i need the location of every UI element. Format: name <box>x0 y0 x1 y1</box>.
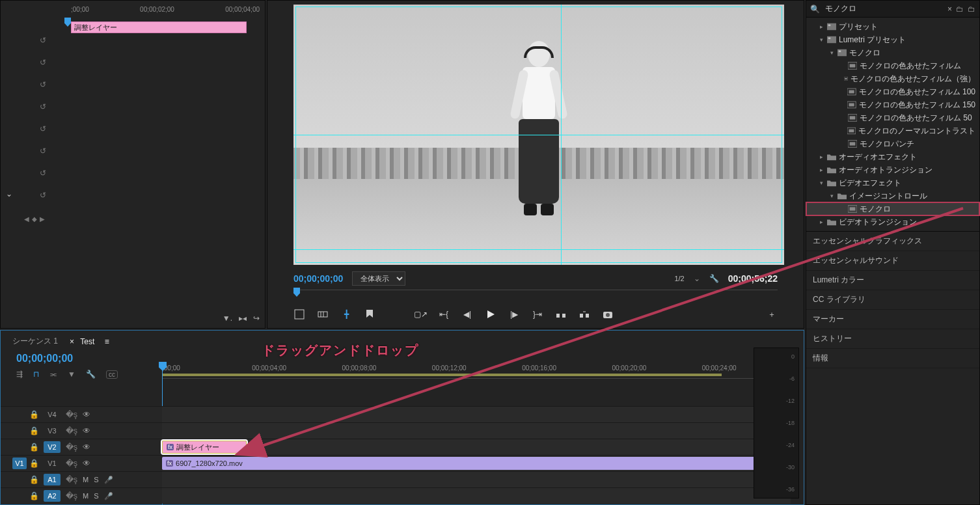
lock-icon[interactable]: 🔒 <box>29 491 38 500</box>
voice-over-icon[interactable]: 🎤 <box>104 476 113 484</box>
collapse-icon[interactable]: ⌄ <box>6 189 12 198</box>
tree-twisty-icon[interactable]: ▾ <box>828 193 835 199</box>
track-header[interactable]: 🔒A1�şMS🎤 <box>1 472 162 487</box>
sync-lock-icon[interactable]: �ş <box>66 459 77 468</box>
keyframe-reset-icon[interactable]: ↺ <box>40 124 46 133</box>
camera-icon[interactable] <box>602 308 614 320</box>
timeline-ruler[interactable]: ;00;0000;00;04;0000;00;08;0000;00;12;000… <box>162 364 791 379</box>
extract-icon[interactable] <box>578 308 590 320</box>
solo-button[interactable]: S <box>94 492 98 500</box>
timeline-work-area[interactable] <box>162 374 722 376</box>
timeline-timecode[interactable]: 00;00;00;00 <box>16 353 73 364</box>
effect-controls-clip[interactable]: 調整レイヤー <box>71 21 247 33</box>
step-back-icon[interactable]: ◀| <box>461 308 473 320</box>
bypass-icon[interactable]: ↪ <box>253 314 260 323</box>
tree-twisty-icon[interactable]: ▸ <box>818 219 824 225</box>
voice-over-icon[interactable]: 🎤 <box>104 492 113 500</box>
keyframe-reset-icon[interactable]: ↺ <box>40 169 46 178</box>
play-icon[interactable] <box>485 308 497 320</box>
track-lane[interactable]: fx調整レイヤー <box>162 439 791 455</box>
lock-icon[interactable]: 🔒 <box>29 426 38 435</box>
sequence-tab-active[interactable]: × Test ≡ <box>70 337 109 346</box>
track-lane[interactable] <box>162 423 791 439</box>
track-target[interactable]: A2 <box>44 490 61 502</box>
collapsed-panel-header[interactable]: エッセンシャルサウンド <box>806 251 979 271</box>
track-target[interactable]: A1 <box>44 474 61 485</box>
track-lane[interactable] <box>162 407 791 422</box>
add-keyframe-icon[interactable]: ◆ <box>32 215 37 223</box>
track-lane[interactable]: fx6907_1280x720.mov <box>162 456 791 471</box>
tree-twisty-icon[interactable]: ▸ <box>818 167 824 173</box>
ruler-icon[interactable] <box>317 308 329 320</box>
toggle-output-icon[interactable]: 👁 <box>83 459 90 468</box>
track-source-patch[interactable]: V1 <box>12 457 27 469</box>
track-target[interactable]: V3 <box>44 425 61 437</box>
step-forward-icon[interactable]: |▶ <box>508 308 520 320</box>
keyframe-reset-icon[interactable]: ↺ <box>40 102 46 111</box>
chevron-down-icon[interactable]: ⌄ <box>694 274 700 283</box>
lift-icon[interactable] <box>555 308 567 320</box>
mute-button[interactable]: M <box>83 476 88 484</box>
effects-tree-item[interactable]: モノクロのノーマルコントラスト <box>806 124 979 137</box>
tree-twisty-icon[interactable]: ▾ <box>818 180 824 186</box>
track-target[interactable]: V1 <box>44 457 61 469</box>
solo-button[interactable]: S <box>94 476 98 484</box>
zoom-select[interactable]: 全体表示 <box>352 271 405 286</box>
effects-tree-item[interactable]: モノクロの色あせたフィルム 150 <box>806 98 979 111</box>
toggle-output-icon[interactable]: 👁 <box>83 410 90 419</box>
effects-tree-item-selected[interactable]: モノクロ <box>806 202 979 215</box>
collapsed-panel-header[interactable]: Lumetri カラー <box>806 271 979 290</box>
effects-tree-item[interactable]: ▾ビデオエフェクト <box>806 176 979 189</box>
track-header[interactable]: 🔒V4�ş👁 <box>1 407 162 422</box>
effects-tree-item[interactable]: ▾Lumetri プリセット <box>806 33 979 46</box>
toggle-output-icon[interactable]: 👁 <box>83 426 90 435</box>
sync-lock-icon[interactable]: �ş <box>66 475 77 484</box>
mute-button[interactable]: M <box>83 492 88 500</box>
marker-icon[interactable] <box>364 308 375 320</box>
toggle-output-icon[interactable]: 👁 <box>83 443 90 452</box>
search-clear-icon[interactable]: × <box>947 5 952 14</box>
captions-icon[interactable]: cc <box>106 370 118 379</box>
sync-lock-icon[interactable]: �ş <box>66 491 77 500</box>
track-header[interactable]: V1🔒V1�ş👁 <box>1 456 162 471</box>
next-keyframe-icon[interactable]: ▶ <box>40 215 45 223</box>
resolution-badge[interactable]: 1/2 <box>674 275 684 282</box>
new-bin-icon[interactable]: 🗀 <box>956 5 964 14</box>
adjustment-layer-clip[interactable]: fx調整レイヤー <box>162 441 247 454</box>
effects-tree-item[interactable]: ▾モノクロ <box>806 46 979 59</box>
program-monitor-video[interactable] <box>293 5 784 265</box>
track-header[interactable]: 🔒V2�ş👁 <box>1 439 162 455</box>
lock-icon[interactable]: 🔒 <box>29 443 38 452</box>
export-frame-icon[interactable]: ▢↗ <box>415 308 426 320</box>
mark-out-icon[interactable]: }⇥ <box>532 308 543 320</box>
settings-wrench-icon[interactable]: 🔧 <box>709 274 719 283</box>
effects-tree-item[interactable]: モノクロの色あせたフィルム 50 <box>806 111 979 124</box>
sequence-tab[interactable]: シーケンス 1 <box>12 336 58 347</box>
lock-icon[interactable]: 🔒 <box>29 475 38 484</box>
collapsed-panel-header[interactable]: 情報 <box>806 349 979 368</box>
safe-margins-icon[interactable] <box>293 308 305 320</box>
track-lane[interactable] <box>162 488 791 504</box>
insert-mode-icon[interactable]: ⇶ <box>16 370 23 379</box>
collapsed-panel-header[interactable]: CC ライブラリ <box>806 290 979 310</box>
tab-menu-icon[interactable]: ≡ <box>105 337 109 346</box>
mark-in-icon[interactable]: ⇤{ <box>438 308 450 320</box>
sync-lock-icon[interactable]: �ş <box>66 443 77 452</box>
marker-tool-icon[interactable]: ▼ <box>68 370 75 379</box>
lock-icon[interactable]: 🔒 <box>29 410 38 419</box>
linked-selection-icon[interactable]: ⫘ <box>49 370 57 379</box>
grid-icon[interactable]: ╋ <box>340 308 352 320</box>
track-target[interactable]: V4 <box>44 409 61 420</box>
program-timecode[interactable]: 00;00;00;00 <box>293 273 343 284</box>
keyframe-reset-icon[interactable]: ↺ <box>40 146 46 156</box>
effects-search-input[interactable] <box>824 4 944 14</box>
sync-lock-icon[interactable]: �ş <box>66 410 77 419</box>
video-clip[interactable]: fx6907_1280x720.mov <box>162 457 791 470</box>
effects-tree-item[interactable]: ▸オーディオトランジション <box>806 163 979 176</box>
effects-tree-item[interactable]: ▸ビデオトランジション <box>806 215 979 228</box>
effects-tree-item[interactable]: ▾イメージコントロール <box>806 189 979 202</box>
track-lane[interactable] <box>162 472 791 487</box>
program-scrub-bar[interactable] <box>293 290 778 301</box>
tree-twisty-icon[interactable]: ▾ <box>828 49 835 56</box>
effects-tree-item[interactable]: ▸プリセット <box>806 20 979 33</box>
